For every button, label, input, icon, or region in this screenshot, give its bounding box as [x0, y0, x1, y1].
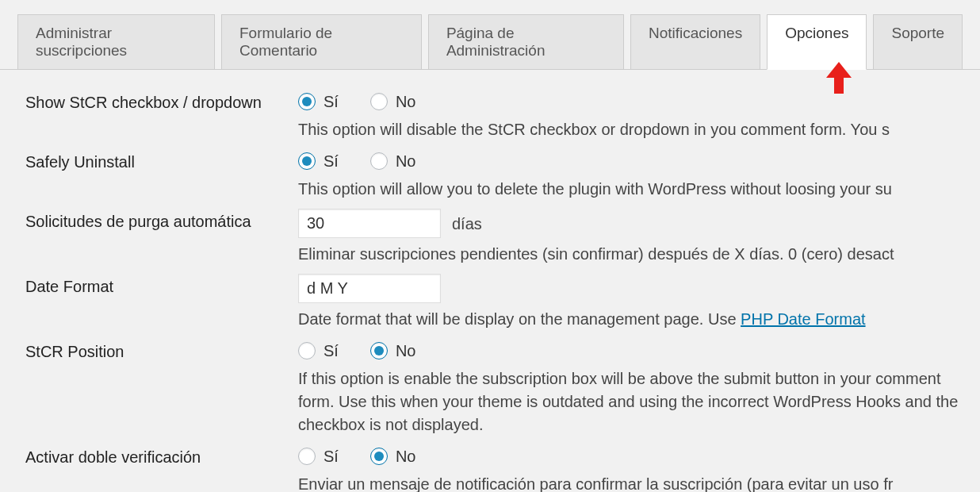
- radio-show-checkbox-no[interactable]: [370, 93, 388, 110]
- tab-admin-page[interactable]: Página de Administración: [428, 14, 624, 69]
- radio-safely-uninstall-yes[interactable]: [298, 152, 316, 170]
- radio-label-yes: Sí: [323, 339, 339, 363]
- tab-comment-form[interactable]: Formulario de Comentario: [221, 14, 422, 69]
- row-show-checkbox: Show StCR checkbox / dropdown Sí No This…: [25, 90, 972, 141]
- tab-options[interactable]: Opciones: [767, 14, 867, 70]
- desc-stcr-position: If this option is enable the subscriptio…: [298, 367, 972, 436]
- radio-label-yes: Sí: [323, 444, 339, 468]
- radio-label-yes: Sí: [323, 90, 339, 113]
- unit-days: días: [452, 212, 482, 236]
- input-date-format[interactable]: [298, 274, 441, 303]
- radio-stcr-position-no[interactable]: [370, 342, 388, 359]
- options-form: Show StCR checkbox / dropdown Sí No This…: [0, 70, 980, 492]
- tab-manage-subscriptions[interactable]: Administrar suscripciones: [17, 14, 215, 69]
- radio-label-yes: Sí: [323, 149, 339, 173]
- radio-label-no: No: [396, 90, 416, 113]
- link-php-date-format[interactable]: PHP Date Format: [741, 310, 865, 328]
- row-stcr-position: StCR Position Sí No If this option is en…: [25, 339, 972, 436]
- desc-safely-uninstall: This option will allow you to delete the…: [298, 178, 972, 201]
- label-purge: Solicitudes de purga automática: [25, 209, 298, 233]
- radio-label-no: No: [396, 444, 416, 468]
- radio-double-check-yes[interactable]: [298, 448, 316, 465]
- label-date-format: Date Format: [25, 274, 298, 298]
- tab-bar: Administrar suscripciones Formulario de …: [0, 0, 980, 70]
- radio-label-no: No: [396, 149, 416, 173]
- radio-safely-uninstall-no[interactable]: [370, 152, 388, 170]
- desc-double-check: Enviar un mensaje de notificación para c…: [298, 473, 972, 492]
- tab-notifications[interactable]: Notificaciones: [630, 14, 760, 69]
- row-double-check: Activar doble verificación Sí No Enviar …: [25, 444, 972, 492]
- row-purge: Solicitudes de purga automática días Eli…: [25, 209, 972, 266]
- radio-stcr-position-yes[interactable]: [298, 342, 316, 359]
- input-purge-days[interactable]: [298, 209, 441, 238]
- radio-label-no: No: [396, 339, 416, 363]
- label-show-checkbox: Show StCR checkbox / dropdown: [25, 90, 298, 113]
- tab-support[interactable]: Soporte: [873, 14, 963, 69]
- row-safely-uninstall: Safely Uninstall Sí No This option will …: [25, 149, 972, 201]
- label-safely-uninstall: Safely Uninstall: [25, 149, 298, 173]
- radio-show-checkbox-yes[interactable]: [298, 93, 316, 110]
- desc-show-checkbox: This option will disable the StCR checkb…: [298, 118, 972, 141]
- desc-date-format: Date format that will be display on the …: [298, 308, 972, 331]
- desc-purge: Eliminar suscripciones pendientes (sin c…: [298, 243, 972, 266]
- label-stcr-position: StCR Position: [25, 339, 298, 363]
- label-double-check: Activar doble verificación: [25, 444, 298, 468]
- row-date-format: Date Format Date format that will be dis…: [25, 274, 972, 331]
- radio-double-check-no[interactable]: [370, 448, 388, 465]
